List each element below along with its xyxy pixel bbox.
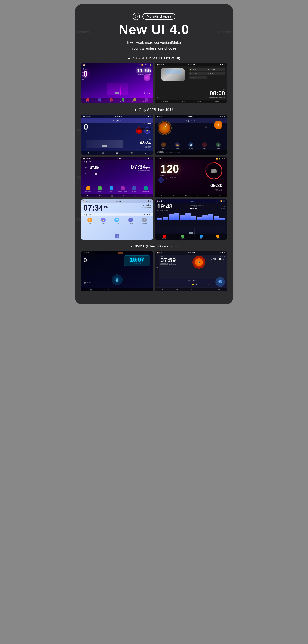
watermark-2: Uckazy (218, 30, 231, 34)
header-section: ① Multiple choices New UI 4.0 It will wo… (81, 13, 227, 52)
section-2-grid-b: 🏠 □ ✉ ⚙ 19:34 ♦ ✱ ↺ Enjoy Music FM ‹ 87.… (81, 157, 227, 197)
subtitle-line1: It will work more convenientMake (127, 40, 181, 45)
screen-s4: 🏠 □ ♪ 06:02 ♦ ✱ ↺ Enjoy Music (155, 115, 227, 155)
subtitle-line2: your car enter more choose (132, 46, 176, 50)
section-3-grid: ‹ ○ ↺ ☰ ▓▓▓▓ 0 10:07 Yango p...a 💧 (81, 251, 227, 291)
section-label-2: Only 8227L has 49 UI (81, 108, 227, 112)
screen-s2: 🏠 □ ♪ ⚙ 8:00 AM ♦ ✱ ↺ 📁 File M. (155, 63, 227, 103)
section-label-3: 8581U(It has 30 sets of ul) (81, 244, 227, 248)
section-2-grid-a: 🏠 □ ✉ ⚙ 8:34 PM ♦ ✱ ↺ Enjoy Music 0 km/h… (81, 115, 227, 155)
screen-s5: 🏠 □ ✉ ⚙ 19:34 ♦ ✱ ↺ Enjoy Music FM ‹ 87.… (81, 157, 153, 197)
multiple-choices-badge: Multiple choices (142, 13, 175, 20)
section-label-1: 7862SU1(It has 11 sets of UI) (81, 56, 227, 60)
subtitle: It will work more convenientMake your ca… (81, 40, 227, 51)
screen-s8: 🏠 □ ⚙ ✱ ✱ 19:48 📶 🔋 19:48 2023-04-30 SUN… (155, 200, 227, 240)
main-card: Uckazy Uckazy Uckazy Uckazy Uckazy ① Mul… (75, 4, 233, 304)
step-number: ① (133, 13, 140, 20)
screen-s1: 🏠 ★ 📶 11:55 🔋 KM/h 0 11:55 2022-1 (81, 63, 153, 103)
main-title: New UI 4.0 (81, 22, 227, 37)
section-2-grid-c: 🏠 □ ✉ ⚙ 19:34 ♦ ✱ ↺ 07:34 PM Thursday 20… (81, 200, 227, 240)
screen-s7: 🏠 □ ✉ ⚙ 19:34 ♦ ✱ ↺ 07:34 PM Thursday 20… (81, 200, 153, 240)
watermark-1: Uckazy (77, 30, 90, 34)
screen-s9: ‹ ○ ↺ ☰ ▓▓▓▓ 0 10:07 Yango p...a 💧 (81, 251, 153, 291)
screen-s6: ‹ ○ ↺ 📶 🔋 16:23 120 km/h (155, 157, 227, 197)
screen-s3: 🏠 □ ✉ ⚙ 8:34 PM ♦ ✱ ↺ Enjoy Music 0 km/h… (81, 115, 153, 155)
section-1-grid: 🏠 ★ 📶 11:55 🔋 KM/h 0 11:55 2022-1 (81, 63, 227, 103)
badge-row: ① Multiple choices (81, 13, 227, 20)
screen-s10: 🏠 □ ⚙ 7:59 AM ♦ ✱ ↺ ➤ ☎ ♪ ⚙ AM 07:59 202… (155, 251, 227, 291)
